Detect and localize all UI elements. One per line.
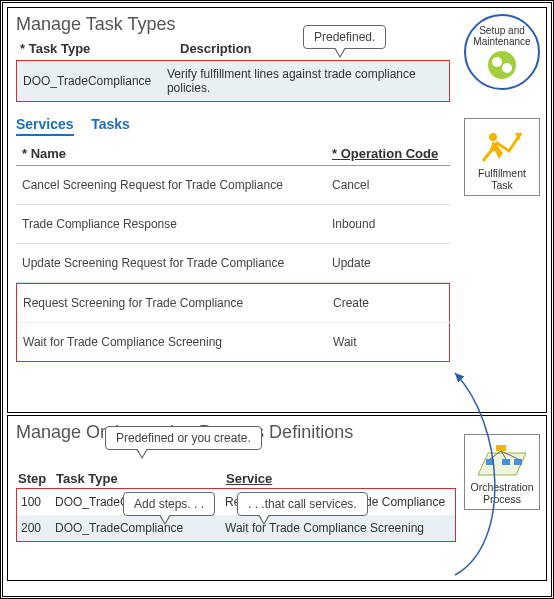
header-step: Step bbox=[18, 471, 56, 486]
service-row[interactable]: Cancel Screening Request for Trade Compl… bbox=[16, 166, 450, 205]
icon-label: Orchestration Process bbox=[470, 481, 533, 505]
service-op: Update bbox=[332, 256, 371, 270]
svg-rect-5 bbox=[502, 459, 510, 465]
gears-icon bbox=[488, 51, 516, 79]
tabs: Services Tasks bbox=[16, 116, 538, 136]
callout-text: Predefined or you create. bbox=[116, 431, 251, 445]
def-type: DOO_TradeCompliance bbox=[55, 521, 225, 535]
runner-arrow-icon bbox=[479, 123, 525, 165]
header-name: Name bbox=[22, 146, 332, 161]
diagram-outer: Manage Task Types Task Type Description … bbox=[0, 0, 554, 599]
def-step: 200 bbox=[21, 521, 55, 535]
icon-label: Fulfillment Task bbox=[478, 167, 526, 191]
service-name: Trade Compliance Response bbox=[22, 217, 332, 231]
service-name: Wait for Trade Compliance Screening bbox=[23, 335, 333, 349]
callout-call-services: . . .that call services. bbox=[237, 492, 368, 516]
orchestration-process-icon[interactable]: Orchestration Process bbox=[464, 434, 540, 510]
callout-text: Predefined. bbox=[314, 30, 375, 44]
panel-manage-task-types: Manage Task Types Task Type Description … bbox=[7, 7, 547, 413]
task-type-desc: Verify fulfillment lines against trade c… bbox=[167, 67, 443, 95]
svg-rect-6 bbox=[514, 459, 522, 465]
service-op: Inbound bbox=[332, 217, 375, 231]
service-row[interactable]: Trade Compliance Response Inbound bbox=[16, 205, 450, 244]
service-row[interactable]: Update Screening Request for Trade Compl… bbox=[16, 244, 450, 283]
definitions-header: Step Task Type Service bbox=[16, 467, 456, 488]
svg-rect-3 bbox=[496, 445, 506, 451]
panel-title: Manage Orchestration Process Definitions bbox=[16, 422, 538, 443]
header-task-type: Task Type bbox=[20, 41, 180, 56]
tab-tasks[interactable]: Tasks bbox=[91, 116, 130, 134]
service-row[interactable]: Wait for Trade Compliance Screening Wait bbox=[17, 323, 451, 361]
task-type-row[interactable]: DOO_TradeCompliance Verify fulfillment l… bbox=[16, 60, 450, 102]
services-highlight-group: Request Screening for Trade Compliance C… bbox=[16, 283, 450, 362]
def-service: Wait for Trade Compliance Screening bbox=[225, 521, 424, 535]
definition-row[interactable]: 200 DOO_TradeCompliance Wait for Trade C… bbox=[17, 515, 455, 541]
callout-text: . . .that call services. bbox=[248, 497, 357, 511]
task-type-name: DOO_TradeCompliance bbox=[23, 74, 167, 88]
callout-text: Add steps. . . bbox=[134, 497, 204, 511]
service-row[interactable]: Request Screening for Trade Compliance C… bbox=[17, 284, 451, 323]
callout-predefined-or-create: Predefined or you create. bbox=[105, 426, 262, 450]
definition-row[interactable]: 100 DOO_TradeCompliance Request Screenin… bbox=[17, 489, 455, 515]
header-operation-code: Operation Code bbox=[332, 146, 438, 161]
svg-rect-4 bbox=[486, 459, 494, 465]
services-header: Name Operation Code bbox=[16, 142, 450, 166]
callout-add-steps: Add steps. . . bbox=[123, 492, 215, 516]
svg-point-1 bbox=[489, 133, 497, 141]
header-description: Description bbox=[180, 41, 252, 56]
flowchart-icon bbox=[476, 439, 528, 479]
setup-maintenance-icon[interactable]: Setup and Maintenance bbox=[464, 14, 540, 90]
panel-title: Manage Task Types bbox=[16, 14, 538, 35]
service-name: Cancel Screening Request for Trade Compl… bbox=[22, 178, 332, 192]
icon-label: Setup and Maintenance bbox=[466, 25, 538, 47]
definitions-highlight-group: 100 DOO_TradeCompliance Request Screenin… bbox=[16, 488, 456, 542]
def-step: 100 bbox=[21, 495, 55, 509]
service-op: Create bbox=[333, 296, 369, 310]
service-name: Request Screening for Trade Compliance bbox=[23, 296, 333, 310]
tab-services[interactable]: Services bbox=[16, 116, 74, 136]
fulfillment-task-icon[interactable]: Fulfillment Task bbox=[464, 118, 540, 196]
service-op: Cancel bbox=[332, 178, 369, 192]
header-task-type: Task Type bbox=[56, 471, 226, 486]
service-name: Update Screening Request for Trade Compl… bbox=[22, 256, 332, 270]
header-service: Service bbox=[226, 471, 272, 486]
service-op: Wait bbox=[333, 335, 357, 349]
callout-predefined: Predefined. bbox=[303, 25, 386, 49]
task-type-header: Task Type Description bbox=[16, 41, 538, 56]
